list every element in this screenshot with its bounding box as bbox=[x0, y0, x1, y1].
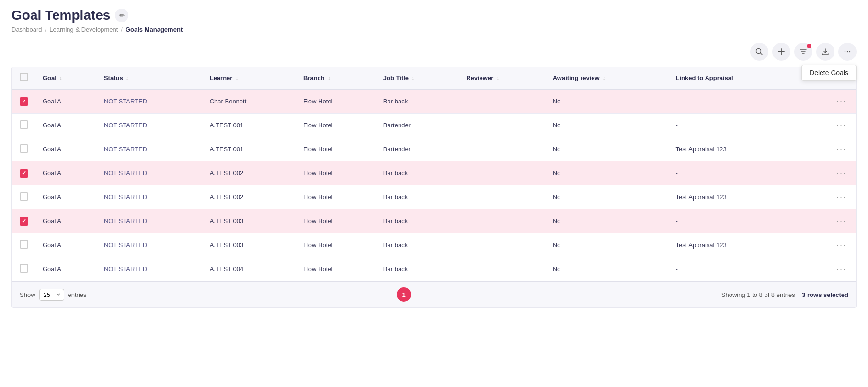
goals-table-wrapper: Goal ↕ Status ↕ Learner ↕ Branch ↕ bbox=[11, 67, 857, 308]
selected-count-text: 3 rows selected bbox=[802, 291, 848, 298]
row-checkbox[interactable] bbox=[20, 192, 28, 201]
showing-text: Showing 1 to 8 of 8 entries bbox=[721, 291, 795, 298]
row-goal: Goal A bbox=[36, 89, 97, 114]
row-learner: Char Bennett bbox=[203, 89, 297, 114]
row-goal: Goal A bbox=[36, 114, 97, 137]
breadcrumb-dashboard[interactable]: Dashboard bbox=[11, 26, 42, 33]
header-checkbox[interactable] bbox=[20, 73, 28, 81]
download-button[interactable] bbox=[816, 43, 834, 61]
row-reviewer bbox=[459, 233, 546, 257]
row-checkbox[interactable] bbox=[20, 169, 28, 178]
svg-point-5 bbox=[847, 51, 848, 52]
entries-label: entries bbox=[68, 291, 87, 298]
row-job-title: Bar back bbox=[377, 161, 459, 185]
header-checkbox-col bbox=[12, 67, 36, 89]
pagination-page-1[interactable]: 1 bbox=[397, 287, 411, 302]
row-checkbox[interactable] bbox=[20, 217, 28, 226]
header-status[interactable]: Status ↕ bbox=[97, 67, 203, 89]
page-container: Goal Templates ✏ Dashboard / Learning & … bbox=[0, 0, 868, 316]
row-reviewer bbox=[459, 89, 546, 114]
row-checkbox-cell bbox=[12, 233, 36, 257]
table-row: Goal ANOT STARTEDA.TEST 003Flow HotelBar… bbox=[12, 233, 856, 257]
row-branch: Flow Hotel bbox=[297, 114, 377, 137]
row-branch: Flow Hotel bbox=[297, 257, 377, 281]
table-row: Goal ANOT STARTEDA.TEST 002Flow HotelBar… bbox=[12, 161, 856, 185]
row-job-title: Bartender bbox=[377, 114, 459, 137]
more-button[interactable] bbox=[838, 43, 857, 61]
sort-icon-goal: ↕ bbox=[60, 76, 62, 81]
table-row: Goal ANOT STARTEDA.TEST 002Flow HotelBar… bbox=[12, 185, 856, 209]
row-awaiting-review: No bbox=[546, 257, 669, 281]
more-icon bbox=[844, 48, 851, 56]
row-more-button[interactable]: ··· bbox=[834, 263, 849, 275]
row-learner: A.TEST 003 bbox=[203, 209, 297, 233]
show-label: Show bbox=[20, 291, 35, 298]
row-reviewer bbox=[459, 114, 546, 137]
header-linked-appraisal[interactable]: Linked to Appraisal bbox=[669, 67, 802, 89]
row-checkbox[interactable] bbox=[20, 144, 28, 153]
row-awaiting-review: No bbox=[546, 137, 669, 161]
row-checkbox[interactable] bbox=[20, 120, 28, 129]
header-branch[interactable]: Branch ↕ bbox=[297, 67, 377, 89]
row-more-button[interactable]: ··· bbox=[834, 119, 849, 131]
row-status: NOT STARTED bbox=[97, 209, 203, 233]
entries-select[interactable]: 102550100 bbox=[39, 289, 64, 301]
add-button[interactable] bbox=[772, 43, 790, 61]
sort-icon-job-title: ↕ bbox=[412, 76, 414, 81]
header-learner[interactable]: Learner ↕ bbox=[203, 67, 297, 89]
row-goal: Goal A bbox=[36, 137, 97, 161]
delete-goals-dropdown[interactable]: Delete Goals bbox=[801, 65, 857, 81]
row-more-button[interactable]: ··· bbox=[834, 167, 849, 179]
svg-line-1 bbox=[761, 53, 763, 55]
table-row: Goal ANOT STARTEDA.TEST 001Flow HotelBar… bbox=[12, 137, 856, 161]
row-status: NOT STARTED bbox=[97, 161, 203, 185]
header-awaiting-review[interactable]: Awaiting review ↕ bbox=[546, 67, 669, 89]
breadcrumb: Dashboard / Learning & Development / Goa… bbox=[11, 26, 857, 33]
svg-point-6 bbox=[849, 51, 850, 52]
row-job-title: Bar back bbox=[377, 89, 459, 114]
header-reviewer[interactable]: Reviewer ↕ bbox=[459, 67, 546, 89]
row-goal: Goal A bbox=[36, 185, 97, 209]
header-job-title[interactable]: Job Title ↕ bbox=[377, 67, 459, 89]
search-icon bbox=[755, 48, 763, 56]
row-checkbox-cell bbox=[12, 89, 36, 114]
row-actions-cell: ··· bbox=[801, 137, 856, 161]
sort-icon-status: ↕ bbox=[126, 76, 128, 81]
row-goal: Goal A bbox=[36, 233, 97, 257]
row-learner: A.TEST 002 bbox=[203, 185, 297, 209]
edit-icon-button[interactable]: ✏ bbox=[115, 9, 128, 22]
row-actions-cell: ··· bbox=[801, 114, 856, 137]
row-linked-appraisal: - bbox=[669, 114, 802, 137]
row-goal: Goal A bbox=[36, 257, 97, 281]
breadcrumb-current: Goals Management bbox=[126, 26, 183, 33]
row-more-button[interactable]: ··· bbox=[834, 143, 849, 155]
row-checkbox[interactable] bbox=[20, 264, 28, 273]
row-more-button[interactable]: ··· bbox=[834, 215, 849, 227]
page-title: Goal Templates bbox=[11, 8, 110, 23]
breadcrumb-learning[interactable]: Learning & Development bbox=[49, 26, 118, 33]
sort-icon-branch: ↕ bbox=[328, 76, 330, 81]
row-checkbox[interactable] bbox=[20, 97, 28, 106]
row-learner: A.TEST 004 bbox=[203, 257, 297, 281]
row-checkbox[interactable] bbox=[20, 240, 28, 249]
header-goal[interactable]: Goal ↕ bbox=[36, 67, 97, 89]
sort-icon-awaiting-review: ↕ bbox=[603, 76, 605, 81]
search-button[interactable] bbox=[750, 43, 768, 61]
row-branch: Flow Hotel bbox=[297, 185, 377, 209]
row-checkbox-cell bbox=[12, 161, 36, 185]
filter-icon bbox=[799, 48, 807, 56]
row-branch: Flow Hotel bbox=[297, 137, 377, 161]
row-actions-cell: ··· bbox=[801, 161, 856, 185]
row-status: NOT STARTED bbox=[97, 89, 203, 114]
page-header: Goal Templates ✏ bbox=[11, 8, 857, 23]
row-checkbox-cell bbox=[12, 209, 36, 233]
row-more-button[interactable]: ··· bbox=[834, 191, 849, 203]
row-actions-cell: ··· bbox=[801, 89, 856, 114]
row-goal: Goal A bbox=[36, 209, 97, 233]
filter-button[interactable] bbox=[794, 43, 812, 61]
row-learner: A.TEST 003 bbox=[203, 233, 297, 257]
row-more-button[interactable]: ··· bbox=[834, 239, 849, 251]
breadcrumb-sep-1: / bbox=[45, 26, 47, 33]
row-more-button[interactable]: ··· bbox=[834, 95, 849, 107]
row-status: NOT STARTED bbox=[97, 233, 203, 257]
